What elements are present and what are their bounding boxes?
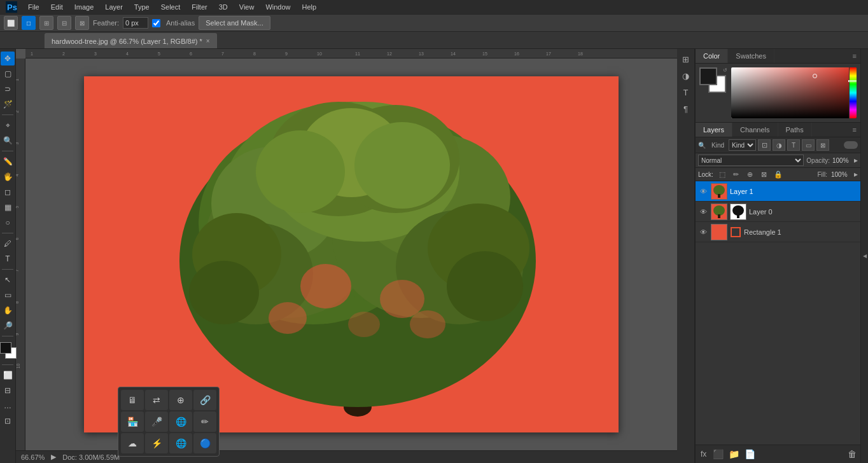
menu-select[interactable]: Select xyxy=(156,2,186,12)
menu-image[interactable]: Image xyxy=(69,2,99,12)
pen-tool[interactable]: 🖊 xyxy=(1,237,15,251)
opacity-value[interactable]: 100% xyxy=(832,157,851,164)
dodge-tool[interactable]: ○ xyxy=(1,216,15,230)
menu-view[interactable]: View xyxy=(234,2,260,12)
filter-type-btn[interactable]: T xyxy=(787,139,800,151)
color-swatch-area[interactable] xyxy=(0,342,17,359)
lasso-tool[interactable]: ⊃ xyxy=(1,82,15,96)
dock-icon-12[interactable]: 🔵 xyxy=(193,433,216,453)
move-tool[interactable]: ✥ xyxy=(1,52,15,66)
artboard-btn[interactable]: ⊡ xyxy=(1,414,15,428)
dock-icon-10[interactable]: ⚡ xyxy=(145,433,168,453)
lock-all-icon[interactable]: 🔒 xyxy=(773,169,783,179)
anti-alias-checkbox[interactable] xyxy=(152,19,160,27)
hand-tool[interactable]: ✋ xyxy=(1,303,15,317)
menu-edit[interactable]: Edit xyxy=(46,2,68,12)
create-group-btn[interactable]: 📁 xyxy=(727,448,741,460)
layer-fx-btn[interactable]: fx xyxy=(698,448,709,460)
brush-tool[interactable]: ✏️ xyxy=(1,155,15,169)
paragraph-icon[interactable]: ¶ xyxy=(678,101,694,116)
layer-row-layer1[interactable]: 👁 Layer 1 xyxy=(696,181,860,202)
dock-icon-9[interactable]: ☁ xyxy=(121,433,144,453)
dock-icon-5[interactable]: 🏪 xyxy=(121,411,144,432)
opacity-expand-icon[interactable]: ▸ xyxy=(854,156,858,165)
path-select-tool[interactable]: ↖ xyxy=(1,273,15,287)
fill-expand-icon[interactable]: ▸ xyxy=(854,170,858,179)
clone-tool[interactable]: 🖐 xyxy=(1,170,15,184)
intersect-selection-btn[interactable]: ⊠ xyxy=(75,16,89,30)
filter-pixel-btn[interactable]: ⊡ xyxy=(758,139,771,151)
tab-channels[interactable]: Channels xyxy=(732,123,778,137)
crop-tool[interactable]: ⌖ xyxy=(1,118,15,132)
panel-collapse-btn[interactable]: ◀ xyxy=(860,49,868,463)
layer-row-layer0[interactable]: 👁 L xyxy=(696,202,860,222)
canvas-area[interactable]: 1 2 3 4 5 6 7 8 9 10 11 12 13 14 15 16 1… xyxy=(16,49,677,463)
dock-icon-3[interactable]: ⊕ xyxy=(169,390,192,410)
foreground-color[interactable] xyxy=(0,342,11,354)
rect-marquee-btn[interactable]: ⬜ xyxy=(4,16,18,30)
menu-layer[interactable]: Layer xyxy=(100,2,128,12)
layers-panel-menu[interactable]: ≡ xyxy=(849,123,860,137)
canvas-document[interactable] xyxy=(84,76,619,432)
tab-paths[interactable]: Paths xyxy=(778,123,812,137)
lock-position-icon[interactable]: ⊕ xyxy=(745,169,755,179)
tab-color[interactable]: Color xyxy=(696,49,728,63)
color-gradient[interactable] xyxy=(731,67,857,118)
menu-filter[interactable]: Filter xyxy=(186,2,212,12)
status-arrow[interactable]: ▶ xyxy=(51,453,56,461)
create-layer-btn[interactable]: 📄 xyxy=(743,448,757,460)
adjustments-icon[interactable]: ◑ xyxy=(678,68,694,83)
gradient-tool[interactable]: ▦ xyxy=(1,200,15,214)
color-picker-area[interactable] xyxy=(731,67,857,118)
quick-mask-btn[interactable]: ⬜ xyxy=(1,368,15,382)
menu-help[interactable]: Help xyxy=(297,2,322,12)
blend-mode-select[interactable]: Normal Multiply Screen xyxy=(698,155,804,166)
new-selection-btn[interactable]: □ xyxy=(22,16,36,30)
dock-icon-11[interactable]: 🌐 xyxy=(169,433,192,453)
hue-strip[interactable] xyxy=(849,67,857,118)
screen-mode-btn[interactable]: ⊟ xyxy=(1,384,15,397)
layer1-visibility-icon[interactable]: 👁 xyxy=(698,186,708,197)
filter-adj-btn[interactable]: ◑ xyxy=(773,139,785,151)
eraser-tool[interactable]: ◻ xyxy=(1,185,15,199)
filter-shape-btn[interactable]: ▭ xyxy=(802,139,815,151)
menu-window[interactable]: Window xyxy=(260,2,295,12)
lock-transparent-icon[interactable]: ⬚ xyxy=(717,169,727,179)
menu-3d[interactable]: 3D xyxy=(214,2,233,12)
shape-tool[interactable]: ▭ xyxy=(1,288,15,302)
document-tab[interactable]: hardwood-tree.jpg @ 66.7% (Layer 1, RGB/… xyxy=(45,33,217,48)
properties-icon[interactable]: ⊞ xyxy=(678,52,694,67)
dock-icon-1[interactable]: 🖥 xyxy=(121,390,144,410)
select-tool[interactable]: ▢ xyxy=(1,67,15,81)
dock-icon-7[interactable]: 🌐 xyxy=(169,411,192,432)
extras-btn[interactable]: … xyxy=(1,399,15,413)
dock-icon-2[interactable]: ⇄ xyxy=(145,390,168,410)
rect1-visibility-icon[interactable]: 👁 xyxy=(698,227,708,237)
tab-swatches[interactable]: Swatches xyxy=(728,49,774,63)
tab-close-btn[interactable]: × xyxy=(206,38,210,45)
add-selection-btn[interactable]: ⊞ xyxy=(39,16,53,30)
select-mask-button[interactable]: Select and Mask... xyxy=(199,16,270,30)
filter-toggle[interactable] xyxy=(844,141,858,149)
foreground-color-swatch[interactable] xyxy=(699,67,717,85)
tab-layers[interactable]: Layers xyxy=(696,123,732,137)
dock-icon-8[interactable]: ✏ xyxy=(193,411,216,432)
type-icon[interactable]: T xyxy=(678,85,694,100)
dock-icon-4[interactable]: 🔗 xyxy=(193,390,216,410)
layer0-visibility-icon[interactable]: 👁 xyxy=(698,207,708,217)
add-mask-btn[interactable]: ⬛ xyxy=(711,448,725,460)
feather-input[interactable] xyxy=(123,17,148,29)
sub-selection-btn[interactable]: ⊟ xyxy=(57,16,71,30)
menu-file[interactable]: File xyxy=(23,2,45,12)
color-panel-menu[interactable]: ≡ xyxy=(849,49,860,63)
zoom-tool[interactable]: 🔎 xyxy=(1,319,15,333)
lock-image-icon[interactable]: ✏ xyxy=(731,169,741,179)
kind-dropdown[interactable]: Kind xyxy=(729,139,756,151)
dock-icon-6[interactable]: 🎤 xyxy=(145,411,168,432)
eyedropper-tool[interactable]: 🔍 xyxy=(1,134,15,148)
magic-wand-tool[interactable]: 🪄 xyxy=(1,97,15,111)
text-tool[interactable]: T xyxy=(1,252,15,266)
delete-layer-btn[interactable]: 🗑 xyxy=(846,448,858,460)
reset-colors-icon[interactable]: ↺ xyxy=(723,67,727,73)
layer-row-rectangle1[interactable]: 👁 Rectangle 1 xyxy=(696,222,860,242)
